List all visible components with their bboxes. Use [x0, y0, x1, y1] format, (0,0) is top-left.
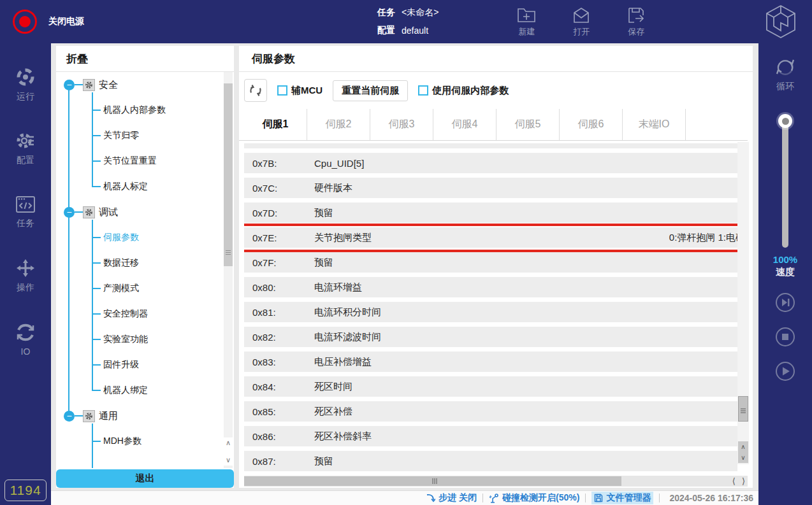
tree-group-row[interactable]: − 通用 [56, 403, 234, 429]
checkbox-box[interactable] [418, 85, 428, 96]
tree-item[interactable]: 实验室功能 [92, 327, 234, 352]
speed-slider-knob[interactable] [778, 114, 792, 128]
row-address: 0x7B: [244, 158, 314, 169]
tree-scroll-arrows[interactable]: ∧ ∨ [224, 437, 233, 466]
scroll-up-icon[interactable]: ∧ [741, 443, 745, 450]
row-name: Cpu_UID[5] [314, 158, 556, 169]
collapse-icon[interactable]: − [64, 411, 75, 422]
use-internal-params-checkbox[interactable]: 使用伺服内部参数 [418, 85, 509, 97]
step-forward-button[interactable] [775, 292, 795, 313]
tree-item[interactable]: 关节位置重置 [92, 148, 234, 174]
row-name: 预留 [314, 455, 556, 467]
scroll-left-icon[interactable]: ⟨ [732, 476, 736, 486]
scroll-up-icon[interactable]: ∧ [226, 439, 231, 447]
tree-collapse-header[interactable]: 折叠 [56, 46, 234, 72]
servo-tab[interactable]: 伺服6 [560, 109, 623, 140]
exit-button[interactable]: 退出 [56, 469, 234, 488]
table-row[interactable]: 0x7C: 硬件版本 [244, 178, 737, 198]
tree-group-row[interactable]: − 调试 [56, 199, 234, 225]
tree-group-safety: − 安全 机器人内部参数 [56, 72, 234, 199]
collapse-icon[interactable]: − [64, 80, 75, 90]
collision-detection-toggle[interactable]: 碰撞检测开启(50%) [489, 492, 579, 504]
table-row[interactable]: 0x82: 电流环滤波时间 [244, 327, 737, 347]
tree-item[interactable]: 伺服参数 [92, 225, 234, 250]
file-manager-button[interactable]: 文件管理器 [591, 492, 653, 504]
speed-slider-track[interactable] [782, 119, 788, 248]
servo-tab[interactable]: 伺服5 [497, 109, 560, 140]
aux-mcu-checkbox[interactable]: 辅MCU [277, 85, 323, 97]
servo-tab[interactable]: 伺服4 [433, 109, 497, 140]
tree-item[interactable]: 机器人标定 [92, 174, 234, 199]
table-row[interactable]: 0x85: 死区补偿 [244, 401, 737, 422]
table-row[interactable]: 0x84: 死区时间 [244, 376, 737, 397]
table-hscroll-arrows[interactable]: ⟨ ⟩ [732, 476, 745, 486]
tree-item[interactable]: 机器人内部参数 [92, 97, 234, 123]
table-row[interactable]: 0x7E: 关节抱闸类型 0:弹杆抱闸 1:电磁 [244, 227, 737, 248]
table-hscroll-thumb[interactable] [244, 476, 621, 486]
table-row[interactable]: 0x86: 死区补偿斜率 [244, 426, 737, 446]
open-button[interactable]: 打开 [563, 6, 599, 38]
tree-item[interactable]: 产测模式 [92, 276, 234, 301]
sidebar-item-io[interactable]: IO [0, 308, 51, 371]
tree-item[interactable]: 安全控制器 [92, 301, 234, 327]
tree-item[interactable]: 固件升级 [92, 352, 234, 378]
step-mode-toggle[interactable]: 步进 关闭 [426, 492, 477, 504]
play-button[interactable] [775, 361, 795, 381]
scroll-right-icon[interactable]: ⟩ [742, 476, 745, 486]
speed-value: 100% [773, 254, 797, 265]
table-row[interactable]: 0x87: 预留 [244, 451, 737, 471]
tree-item[interactable]: 机器人绑定 [92, 378, 234, 403]
tree-scrollbar-thumb[interactable] [224, 83, 233, 266]
row-address: 0x85: [244, 406, 314, 417]
scroll-down-icon[interactable]: ∨ [741, 454, 745, 461]
tree-item[interactable]: 数据迁移 [92, 250, 234, 276]
servo-tab[interactable]: 伺服3 [370, 109, 433, 140]
table-row[interactable]: 0x81: 电流环积分时间 [244, 302, 737, 322]
table-row[interactable]: 0x7B: Cpu_UID[5] [244, 153, 737, 173]
tree-item-label: 机器人绑定 [103, 385, 148, 396]
servo-tab[interactable]: 伺服2 [307, 109, 370, 140]
stop-button[interactable] [775, 327, 795, 347]
run-icon [16, 68, 35, 87]
tree-group-row[interactable]: − 安全 [56, 72, 234, 97]
sidebar-item-config[interactable]: 配置 [0, 117, 51, 180]
tree-item[interactable]: 关节归零 [92, 123, 234, 148]
open-button-label: 打开 [573, 26, 590, 38]
reset-servo-button[interactable]: 重置当前伺服 [333, 80, 408, 101]
speed-slider[interactable] [778, 119, 792, 248]
sidebar-item-label: 任务 [17, 218, 34, 229]
file-manager-label: 文件管理器 [606, 492, 651, 504]
servo-tab[interactable]: 伺服1 [244, 109, 307, 140]
table-horizontal-scrollbar[interactable]: ⟨ ⟩ [244, 476, 748, 487]
table-row[interactable]: 0x83: 电压补偿增益 [244, 352, 737, 372]
tree-group-general: − 通用 MDH参数 [56, 403, 234, 454]
refresh-button[interactable] [244, 79, 267, 102]
checkbox-box[interactable] [277, 85, 287, 96]
loop-mode-button[interactable]: 循环 [774, 56, 797, 92]
table-vscroll-thumb[interactable] [738, 396, 748, 422]
table-vscroll-arrows[interactable]: ∧ ∨ [738, 441, 748, 463]
table-row[interactable]: 0x80: 电流环增益 [244, 277, 737, 297]
scroll-down-icon[interactable]: ∨ [226, 456, 231, 464]
tree-item[interactable]: MDH参数 [92, 429, 234, 454]
partial-row [244, 143, 737, 148]
new-button[interactable]: 新建 [509, 6, 544, 38]
tree-connector-line [68, 85, 69, 416]
power-button[interactable] [13, 10, 37, 34]
collapse-icon[interactable]: − [64, 207, 75, 218]
servo-tabs: 伺服1 伺服2 伺服3 伺服4 伺服5 伺服6 [239, 109, 748, 141]
sidebar-item-run[interactable]: 运行 [0, 53, 51, 117]
row-address: 0x81: [244, 307, 314, 318]
tree-item-label: 关节位置重置 [103, 155, 157, 167]
tree-connector [75, 211, 83, 213]
use-internal-params-label: 使用伺服内部参数 [432, 85, 509, 97]
table-row[interactable]: 0x7D: 预留 [244, 203, 737, 223]
sidebar-item-task[interactable]: 任务 [0, 180, 51, 244]
save-button[interactable]: 保存 [618, 6, 654, 38]
table-row[interactable]: 0x7F: 预留 [244, 252, 737, 273]
servo-tab[interactable]: 末端IO [623, 109, 686, 140]
table-vertical-scrollbar[interactable]: ∧ ∨ [737, 142, 749, 464]
sidebar-item-operate[interactable]: 操作 [0, 244, 51, 308]
tree-group-label: 安全 [99, 79, 118, 91]
tree-group-label: 调试 [99, 206, 118, 218]
